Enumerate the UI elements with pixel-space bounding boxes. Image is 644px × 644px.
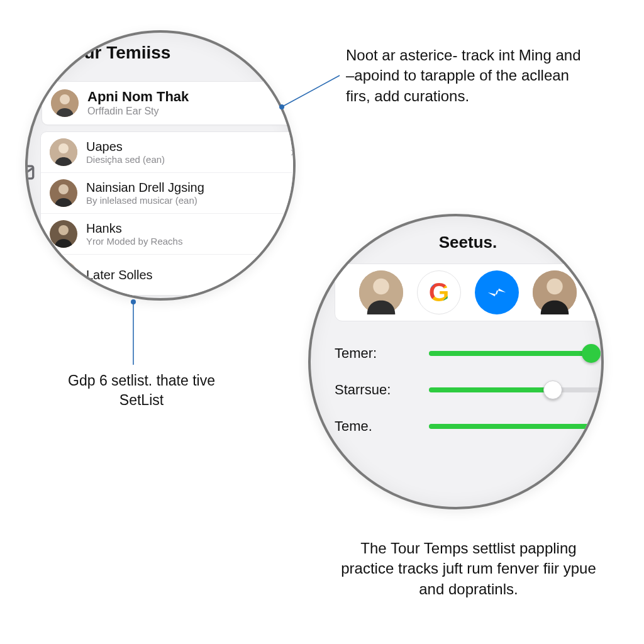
slider-label: Starrsue: (335, 382, 429, 398)
back-icon[interactable]: ‹ (25, 40, 31, 65)
list-item[interactable]: Nainsian Drell Jgsing By inlelased music… (41, 173, 296, 214)
slider-temer[interactable]: Temer: (335, 335, 601, 372)
slider-starrsue[interactable]: Starrsue: (335, 372, 601, 408)
row-title: Later Solles (86, 268, 295, 282)
row-subtitle: Yror Moded by Reachs (86, 236, 295, 247)
chevron-right-icon: › (294, 94, 296, 112)
avatar (50, 261, 77, 289)
settings-title: Seetus. (311, 233, 604, 252)
featured-item-card[interactable]: Apni Nom Thak Orffadin Ear Sty › (42, 81, 296, 125)
magnifier-settings-view: Seetus. G Temer: (308, 214, 604, 509)
avatar[interactable] (533, 270, 577, 314)
mail-icon[interactable] (25, 160, 38, 185)
callout-top-right: Noot ar asterice- track int Ming and –ap… (346, 45, 591, 106)
chevron-right-icon: › (291, 144, 295, 160)
magnifier-setlist-view: ‹ Tour Temiiss Apni Nom Thak Orffadin Ea… (25, 30, 296, 301)
sliders-group: Temer: Starrsue: Teme. (335, 335, 601, 445)
list-item[interactable]: Later Solles (41, 255, 296, 295)
svg-point-11 (58, 266, 69, 276)
row-title: Hanks (86, 221, 295, 236)
collapse-icon[interactable] (25, 248, 38, 273)
avatar (50, 220, 77, 248)
avatar (50, 138, 77, 166)
slider-track[interactable] (429, 387, 601, 392)
share-icon-row: G (335, 264, 601, 321)
avatar (50, 179, 77, 207)
list-item[interactable]: Hanks Yror Moded by Reachs (41, 214, 296, 255)
card-subtitle: Orffadin Ear Sty (87, 105, 290, 117)
slider-thumb[interactable] (543, 380, 562, 399)
card-title: Apni Nom Thak (87, 89, 290, 104)
messenger-icon[interactable] (475, 270, 519, 314)
svg-point-18 (131, 299, 136, 304)
row-subtitle: Diesiçha sed (ean) (86, 154, 291, 165)
svg-line-17 (282, 75, 340, 107)
svg-point-13 (373, 279, 389, 294)
callout-left-mid: Gdp 6 setlist. thate tive SetList (44, 371, 239, 410)
slider-track[interactable] (429, 424, 601, 429)
callout-bottom: The Tour Temps settlist pappling practic… (333, 538, 604, 599)
svg-point-5 (58, 143, 69, 153)
setlist-list: Uapes Diesiçha sed (ean) › Nainsian Drel… (40, 131, 296, 296)
avatar[interactable] (359, 270, 403, 314)
svg-point-7 (58, 184, 69, 194)
svg-point-10 (50, 261, 77, 289)
svg-point-3 (25, 208, 33, 225)
svg-point-15 (547, 279, 562, 294)
left-rail (25, 160, 40, 273)
page-title: Tour Temiiss (64, 43, 170, 63)
svg-point-1 (60, 94, 70, 104)
slider-track[interactable] (429, 351, 601, 356)
avatar (51, 89, 79, 117)
header-row: ‹ Tour Temiiss (25, 30, 296, 76)
row-subtitle: By inlelased musicar (ean) (86, 195, 295, 206)
slider-label: Teme. (335, 418, 429, 435)
svg-point-9 (58, 225, 69, 235)
slider-label: Temer: (335, 345, 429, 362)
row-title: Nainsian Drell Jgsing (86, 180, 295, 195)
list-item[interactable]: Uapes Diesiçha sed (ean) › (41, 132, 296, 173)
slider-thumb[interactable] (582, 344, 601, 363)
google-icon[interactable]: G (417, 270, 461, 314)
row-title: Uapes (86, 140, 291, 154)
clock-icon[interactable] (25, 204, 38, 229)
slider-teme[interactable]: Teme. (335, 408, 601, 445)
